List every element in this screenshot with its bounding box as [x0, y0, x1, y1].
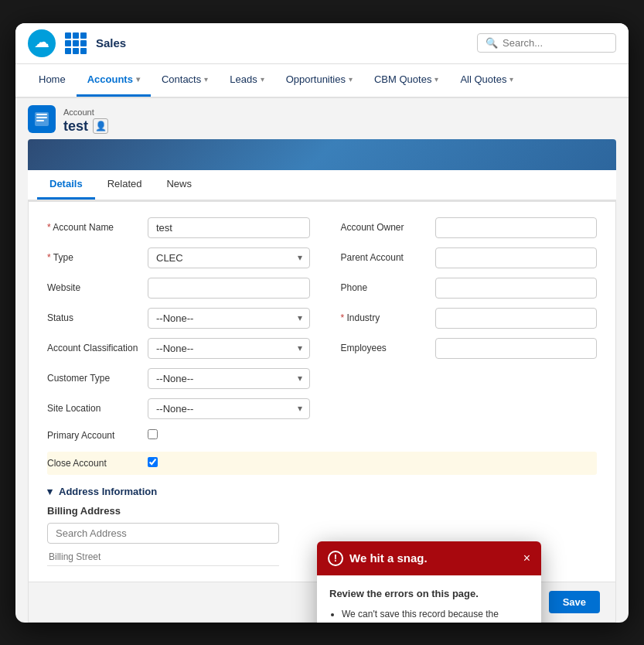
top-bar: ☁ Sales 🔍	[15, 23, 629, 64]
nav-cbm-quotes[interactable]: CBM Quotes ▾	[363, 64, 449, 97]
field-phone: Phone	[335, 278, 598, 299]
nav-home-label: Home	[39, 73, 66, 85]
address-section-label: Address Information	[59, 486, 157, 497]
label-status: Status	[47, 312, 148, 323]
checkbox-close-account[interactable]	[148, 457, 158, 467]
field-classification: Account Classification --None--	[47, 338, 310, 359]
nav-all-quotes[interactable]: All Quotes ▾	[449, 64, 524, 97]
record-icon	[28, 105, 56, 133]
form-row-classification: Account Classification --None-- Employee…	[47, 338, 597, 359]
form-row-close-account: Close Account	[47, 452, 597, 475]
nav-home[interactable]: Home	[28, 64, 77, 97]
field-customer-type: Customer Type --None--	[47, 368, 310, 389]
label-account-owner: Account Owner	[335, 222, 435, 233]
save-button[interactable]: Save	[549, 591, 600, 613]
tab-related[interactable]: Related	[95, 170, 155, 200]
select-classification[interactable]: --None--	[148, 338, 310, 359]
select-site-location[interactable]: --None--	[148, 398, 310, 419]
tab-details[interactable]: Details	[37, 170, 95, 200]
app-name: Sales	[96, 36, 126, 49]
salesforce-logo: ☁	[28, 29, 56, 57]
app-grid-icon[interactable]	[65, 32, 87, 54]
select-status[interactable]: --None--	[148, 308, 310, 329]
error-icon: !	[328, 551, 343, 566]
field-parent-account: Parent Account	[335, 247, 598, 268]
nav-leads-chevron: ▾	[261, 75, 264, 84]
nav-accounts-chevron: ▾	[136, 75, 140, 84]
label-employees: Employees	[335, 343, 435, 353]
search-input[interactable]	[503, 37, 603, 49]
label-parent-account: Parent Account	[335, 252, 435, 263]
form-row-website: Website Phone	[47, 278, 597, 299]
address-search-input[interactable]	[47, 523, 279, 544]
input-website[interactable]	[148, 278, 310, 299]
form-row-site-location: Site Location --None--	[47, 398, 597, 419]
address-section-header[interactable]: ▾ Address Information	[47, 486, 597, 497]
svg-text:☁: ☁	[34, 33, 49, 50]
label-primary-account: Primary Account	[47, 430, 148, 441]
field-status: Status --None--	[47, 308, 310, 329]
input-industry[interactable]	[435, 308, 598, 329]
modal-title: We hit a snag.	[349, 551, 428, 565]
modal-header: ! We hit a snag. ×	[317, 541, 541, 575]
checkbox-primary-account[interactable]	[148, 429, 158, 439]
nav-accounts[interactable]: Accounts ▾	[77, 64, 151, 97]
field-website: Website	[47, 278, 310, 299]
nav-opps-chevron: ▾	[349, 75, 353, 84]
tab-details-label: Details	[49, 178, 83, 189]
label-site-location: Site Location	[47, 403, 148, 414]
modal-body: Review the errors on this page. We can't…	[317, 575, 541, 623]
label-phone: Phone	[335, 282, 435, 293]
svg-rect-3	[36, 114, 47, 115]
global-search-box[interactable]: 🔍	[477, 33, 616, 53]
label-industry: Industry	[335, 312, 435, 323]
svg-rect-5	[36, 120, 44, 121]
form-row-customer-type: Customer Type --None--	[47, 368, 597, 389]
tabs-bar: Details Related News	[28, 170, 616, 201]
field-site-location: Site Location --None--	[47, 398, 310, 419]
field-primary-account: Primary Account	[47, 428, 310, 442]
record-name-label: test	[63, 118, 88, 135]
label-close-account: Close Account	[47, 458, 148, 469]
form-row-primary-account: Primary Account	[47, 428, 597, 442]
field-employees: Employees	[335, 338, 598, 359]
error-modal: ! We hit a snag. × Review the errors on …	[317, 541, 541, 623]
input-parent-account[interactable]	[435, 247, 598, 268]
address-chevron-icon: ▾	[47, 486, 53, 497]
input-account-name[interactable]	[148, 217, 310, 238]
nav-contacts[interactable]: Contacts ▾	[151, 64, 219, 97]
nav-leads[interactable]: Leads ▾	[219, 64, 274, 97]
field-industry: Industry	[335, 308, 598, 329]
form-area: Account Name Account Owner Type	[28, 201, 616, 582]
form-row-type: Type CLEC Parent Account	[47, 247, 597, 268]
input-employees[interactable]	[435, 338, 598, 359]
modal-message: We can't save this record because the "D…	[342, 609, 528, 623]
svg-rect-4	[36, 117, 47, 118]
person-icon: 👤	[93, 118, 108, 134]
nav-cbm-chevron: ▾	[434, 75, 438, 84]
nav-allq-chevron: ▾	[509, 75, 513, 84]
nav-all-quotes-label: All Quotes	[460, 73, 506, 85]
input-account-owner[interactable]	[435, 217, 598, 238]
billing-address-label: Billing Address	[47, 505, 597, 517]
tab-news[interactable]: News	[154, 170, 204, 200]
nav-bar: Home Accounts ▾ Contacts ▾ Leads ▾ Oppor…	[15, 64, 629, 98]
nav-cbm-label: CBM Quotes	[374, 73, 431, 85]
billing-street-input[interactable]	[47, 548, 279, 566]
decorative-banner	[28, 139, 616, 170]
field-account-owner: Account Owner	[335, 217, 598, 238]
input-phone[interactable]	[435, 278, 598, 299]
field-close-account: Close Account	[47, 456, 310, 470]
tab-related-label: Related	[107, 178, 142, 189]
select-type[interactable]: CLEC	[148, 247, 310, 268]
nav-opportunities-label: Opportunities	[286, 73, 346, 85]
nav-contacts-label: Contacts	[162, 73, 201, 85]
label-account-name: Account Name	[47, 222, 148, 233]
label-type: Type	[47, 252, 148, 263]
label-website: Website	[47, 282, 148, 293]
breadcrumb-text: Account test 👤	[63, 104, 108, 135]
select-customer-type[interactable]: --None--	[148, 368, 310, 389]
search-icon: 🔍	[486, 37, 498, 49]
modal-close-button[interactable]: ×	[523, 552, 530, 565]
nav-opportunities[interactable]: Opportunities ▾	[275, 64, 363, 97]
